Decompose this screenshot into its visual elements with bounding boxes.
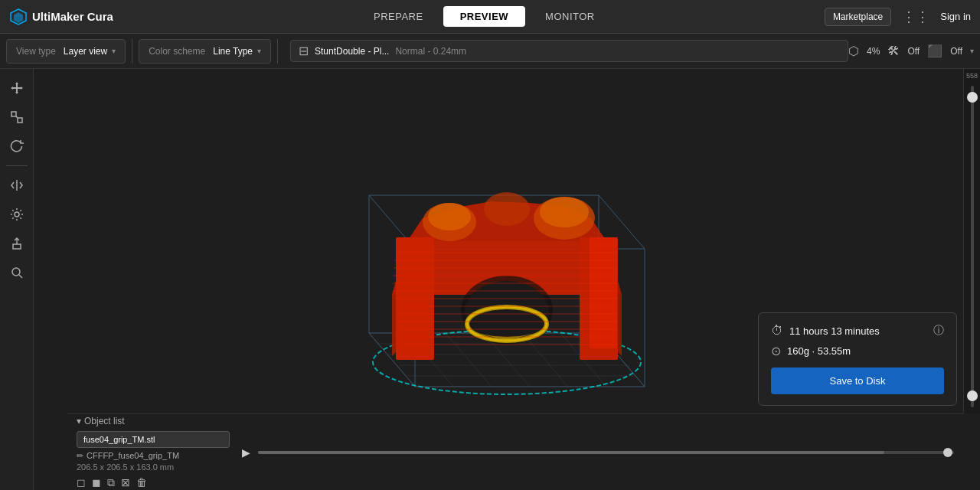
save-disk-button[interactable]: Save to Disk <box>771 368 944 394</box>
toolbar-separator-1 <box>132 39 132 64</box>
move-tool[interactable] <box>4 75 30 101</box>
color-scheme-chevron: ▾ <box>257 47 261 55</box>
timeline-fill <box>258 451 884 454</box>
cube-filled-icon[interactable]: ◼ <box>92 476 101 489</box>
split-icon[interactable]: ⊠ <box>121 476 130 489</box>
svg-point-9 <box>12 268 20 276</box>
search-tool[interactable] <box>4 260 30 286</box>
object-list-header[interactable]: ▾ Object list <box>77 416 230 426</box>
color-scheme-value: Line Type <box>213 46 253 57</box>
signin-button[interactable]: Sign in <box>940 11 971 22</box>
svg-rect-2 <box>11 112 16 116</box>
toolbar-separator-2 <box>277 39 278 64</box>
view-type-dropdown[interactable]: View type Layer view ▾ <box>6 39 126 64</box>
time-icon: ⏱ <box>771 324 783 338</box>
color-scheme-label: Color scheme <box>149 46 205 57</box>
play-button[interactable]: ▶ <box>242 446 250 459</box>
cube-icon[interactable]: ◻ <box>77 476 86 489</box>
timeline-track[interactable] <box>258 451 954 454</box>
scale-tool[interactable] <box>4 104 30 130</box>
logo: UltiMaker Cura <box>9 8 113 26</box>
printer-name: StuntDouble - Pl... <box>315 46 389 57</box>
logo-icon <box>9 8 28 26</box>
svg-rect-56 <box>590 237 617 348</box>
weight-row: ⊙ 160g · 53.55m <box>771 344 944 358</box>
view-type-label: View type <box>16 46 56 57</box>
rotate-tool[interactable] <box>4 133 30 159</box>
pencil-icon: ✏ <box>77 451 83 461</box>
layer-slider-panel: 558 <box>963 69 980 413</box>
tab-prepare[interactable]: PREPARE <box>357 6 440 27</box>
svg-line-21 <box>522 333 568 387</box>
toolbar-right: ⬡ 4% 🛠 Off ⬛ Off ▾ <box>848 44 974 58</box>
svg-marker-1 <box>14 12 23 23</box>
header: UltiMaker Cura PREPARE PREVIEW MONITOR M… <box>0 0 980 34</box>
object-list-item[interactable]: fuse04_grip_TM.stl <box>77 431 230 448</box>
bottom-icons-row: ◻ ◼ ⧉ ⊠ 🗑 <box>77 476 230 489</box>
left-toolbar <box>0 69 34 490</box>
object-list-chevron: ▾ <box>77 416 81 426</box>
view-type-chevron: ▾ <box>112 47 116 55</box>
svg-rect-3 <box>18 118 22 122</box>
weight-label: 160g · 53.55m <box>787 345 851 357</box>
object-list-area: ▾ Object list fuse04_grip_TM.stl ✏ CFFFP… <box>77 416 230 489</box>
svg-point-41 <box>428 203 471 230</box>
timeline-thumb[interactable] <box>943 448 952 457</box>
weight-icon: ⊙ <box>771 344 781 358</box>
svg-point-6 <box>15 212 19 217</box>
support-tool[interactable] <box>4 230 30 256</box>
bottom-panel: ▾ Object list fuse04_grip_TM.stl ✏ CFFFP… <box>67 413 963 490</box>
layer-number: 558 <box>966 72 978 80</box>
svg-point-42 <box>540 197 589 227</box>
marketplace-button[interactable]: Marketplace <box>825 8 891 26</box>
adhesion-icon: ⬛ <box>927 44 942 58</box>
delete-icon[interactable]: 🗑 <box>136 476 147 489</box>
object-name-row: ✏ CFFFP_fuse04_grip_TM <box>77 451 230 461</box>
toolbar: View type Layer view ▾ Color scheme Line… <box>0 34 980 69</box>
printer-section[interactable]: ⊟ StuntDouble - Pl... Normal - 0.24mm <box>290 40 848 62</box>
info-panel: ⏱ 11 hours 13 minutes ⓘ ⊙ 160g · 53.55m … <box>758 312 957 406</box>
main-area: ⏱ 11 hours 13 minutes ⓘ ⊙ 160g · 53.55m … <box>0 69 980 490</box>
object-name: CFFFP_fuse04_grip_TM <box>87 451 179 460</box>
toolbar-more-chevron[interactable]: ▾ <box>970 47 974 55</box>
3d-object <box>308 119 706 440</box>
playback-bar: ▶ <box>242 446 954 459</box>
time-label: 11 hours 13 minutes <box>789 325 880 337</box>
object-dimensions: 206.5 x 206.5 x 163.0 mm <box>77 462 230 472</box>
tool-separator-1 <box>6 165 28 166</box>
header-right: Marketplace ⋮⋮ Sign in <box>825 8 971 26</box>
view-type-value: Layer view <box>64 46 107 57</box>
logo-text: UltiMaker Cura <box>32 10 113 23</box>
layer-slider-track[interactable] <box>971 86 974 407</box>
adhesion-toggle[interactable]: Off <box>950 46 962 57</box>
info-detail-icon[interactable]: ⓘ <box>933 324 944 338</box>
copy-icon[interactable]: ⧉ <box>107 476 115 489</box>
apps-icon[interactable]: ⋮⋮ <box>902 8 929 25</box>
color-scheme-dropdown[interactable]: Color scheme Line Type ▾ <box>139 39 271 64</box>
svg-rect-7 <box>13 244 21 249</box>
svg-line-19 <box>446 333 492 387</box>
infill-icon: ⬡ <box>848 44 859 58</box>
svg-line-10 <box>19 275 22 278</box>
object-list-label: Object list <box>84 416 125 426</box>
svg-point-40 <box>484 192 530 226</box>
nav-tabs: PREPARE PREVIEW MONITOR <box>144 6 825 27</box>
time-row: ⏱ 11 hours 13 minutes ⓘ <box>771 324 944 338</box>
viewport[interactable]: ⏱ 11 hours 13 minutes ⓘ ⊙ 160g · 53.55m … <box>34 69 980 490</box>
support-icon: 🛠 <box>887 44 900 58</box>
svg-line-4 <box>16 116 18 118</box>
tab-monitor[interactable]: MONITOR <box>528 6 612 27</box>
infill-pct: 4% <box>867 46 880 57</box>
tab-preview[interactable]: PREVIEW <box>443 6 525 27</box>
printer-profile: Normal - 0.24mm <box>395 46 466 57</box>
printer-icon: ⊟ <box>299 44 309 58</box>
settings-tool[interactable] <box>4 201 30 227</box>
layer-slider-thumb-top[interactable] <box>967 92 978 103</box>
support-toggle[interactable]: Off <box>907 46 920 57</box>
mirror-tool[interactable] <box>4 172 30 198</box>
layer-slider-thumb-bottom[interactable] <box>967 390 978 401</box>
